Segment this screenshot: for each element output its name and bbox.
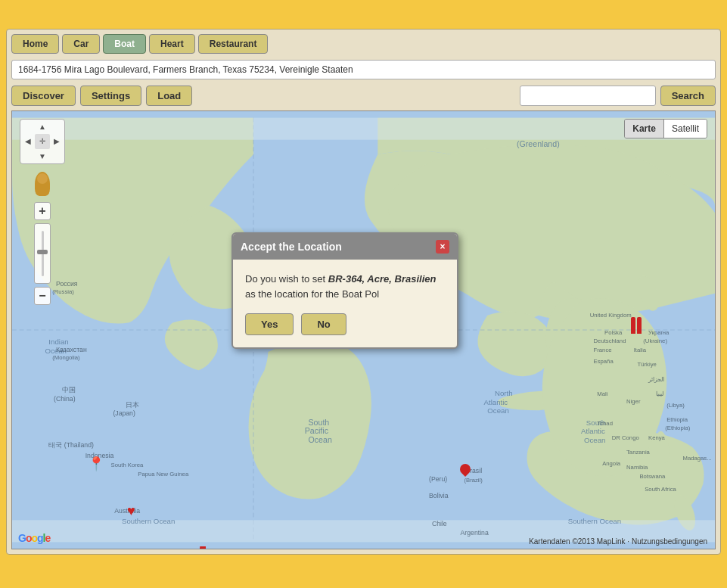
modal-overlay: Accept the Location × Do you wish to set… — [12, 111, 715, 549]
discover-button[interactable]: Discover — [11, 86, 76, 106]
modal-title: Accept the Location — [241, 241, 342, 253]
tab-boat[interactable]: Boat — [103, 34, 146, 54]
search-input[interactable] — [520, 86, 656, 106]
main-container: Home Car Boat Heart Restaurant 1684-1756… — [0, 23, 727, 561]
settings-button[interactable]: Settings — [80, 86, 141, 106]
map-container: Canada (Greenland) Indian Ocean South Pa… — [11, 110, 716, 549]
modal-header: Accept the Location × — [233, 234, 457, 260]
top-banner — [0, 0, 727, 23]
modal-no-button[interactable]: No — [301, 313, 346, 335]
tab-bar: Home Car Boat Heart Restaurant — [11, 34, 716, 54]
address-bar: 1684-1756 Mira Lago Boulevard, Farmers B… — [11, 60, 716, 79]
load-button[interactable]: Load — [146, 86, 192, 106]
tab-restaurant[interactable]: Restaurant — [198, 34, 269, 54]
modal-close-button[interactable]: × — [436, 240, 449, 254]
tab-home[interactable]: Home — [11, 34, 59, 54]
modal-yes-button[interactable]: Yes — [245, 313, 294, 335]
modal-body: Do you wish to set BR-364, Acre, Brasili… — [233, 260, 457, 313]
modal-location-name: BR-364, Acre, Brasilien — [328, 273, 437, 285]
tab-heart[interactable]: Heart — [149, 34, 195, 54]
modal-body-suffix: as the location for the Boat Pol — [245, 288, 379, 300]
address-text: 1684-1756 Mira Lago Boulevard, Farmers B… — [18, 64, 353, 75]
modal-dialog: Accept the Location × Do you wish to set… — [231, 232, 458, 349]
modal-body-prefix: Do you wish to set — [245, 273, 328, 285]
app-box: Home Car Boat Heart Restaurant 1684-1756… — [6, 29, 721, 555]
tab-car[interactable]: Car — [62, 34, 100, 54]
search-button[interactable]: Search — [660, 86, 716, 106]
toolbar: Discover Settings Load Search — [11, 86, 716, 106]
modal-actions: Yes No — [233, 313, 457, 347]
